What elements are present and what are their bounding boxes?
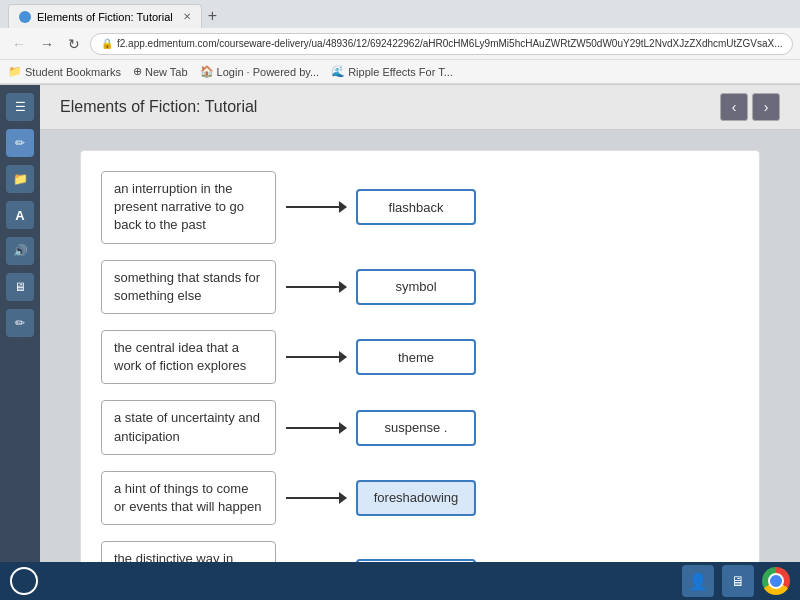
- definition-5: a hint of things to come or events that …: [101, 471, 276, 525]
- arrow-line-3: [286, 356, 346, 358]
- arrow-3: [276, 356, 356, 358]
- taskbar: 👤 🖥: [0, 562, 800, 600]
- bookmark-label: Ripple Effects For T...: [348, 66, 453, 78]
- sidebar: ☰ ✏ 📁 A 🔊 🖥 ✏: [0, 85, 40, 577]
- prev-arrow[interactable]: ‹: [720, 93, 748, 121]
- answer-box-5[interactable]: foreshadowing: [356, 480, 476, 516]
- match-row-4: a state of uncertainty and anticipation …: [101, 400, 739, 454]
- answer-box-1[interactable]: flashback: [356, 189, 476, 225]
- ripple-icon: 🌊: [331, 65, 345, 78]
- sidebar-icon-folder[interactable]: 📁: [6, 165, 34, 193]
- bookmarks-bar: 📁 Student Bookmarks ⊕ New Tab 🏠 Login · …: [0, 60, 800, 84]
- nav-arrows: ‹ ›: [720, 93, 780, 121]
- tab-favicon: [19, 11, 31, 23]
- definition-4: a state of uncertainty and anticipation: [101, 400, 276, 454]
- bookmark-label: New Tab: [145, 66, 188, 78]
- main-panel: Elements of Fiction: Tutorial ‹ › an int…: [40, 85, 800, 577]
- match-row-5: a hint of things to come or events that …: [101, 471, 739, 525]
- next-arrow[interactable]: ›: [752, 93, 780, 121]
- tab-bar: Elements of Fiction: Tutorial ✕ +: [0, 0, 800, 28]
- sidebar-icon-pencil[interactable]: ✏: [6, 309, 34, 337]
- arrow-5: [276, 497, 356, 499]
- back-button[interactable]: ←: [8, 34, 30, 54]
- bookmark-login[interactable]: 🏠 Login · Powered by...: [200, 65, 320, 78]
- address-bar[interactable]: 🔒 f2.app.edmentum.com/courseware-deliver…: [90, 33, 793, 55]
- login-icon: 🏠: [200, 65, 214, 78]
- folder-icon: 📁: [8, 65, 22, 78]
- match-row-1: an interruption in the present narrative…: [101, 171, 739, 244]
- answer-box-3[interactable]: theme: [356, 339, 476, 375]
- exercise-container: an interruption in the present narrative…: [80, 150, 760, 600]
- lock-icon: 🔒: [101, 38, 113, 49]
- url-text: f2.app.edmentum.com/courseware-delivery/…: [117, 38, 782, 49]
- browser-chrome: Elements of Fiction: Tutorial ✕ + ← → ↻ …: [0, 0, 800, 85]
- definition-1: an interruption in the present narrative…: [101, 171, 276, 244]
- reload-button[interactable]: ↻: [64, 34, 84, 54]
- sidebar-icon-text[interactable]: A: [6, 201, 34, 229]
- match-row-3: the central idea that a work of fiction …: [101, 330, 739, 384]
- arrow-line-2: [286, 286, 346, 288]
- active-tab[interactable]: Elements of Fiction: Tutorial ✕: [8, 4, 202, 28]
- bookmark-label: Student Bookmarks: [25, 66, 121, 78]
- arrow-2: [276, 286, 356, 288]
- nav-bar: ← → ↻ 🔒 f2.app.edmentum.com/courseware-d…: [0, 28, 800, 60]
- arrow-line-4: [286, 427, 346, 429]
- taskbar-chrome-icon[interactable]: [762, 567, 790, 595]
- taskbar-screen-icon[interactable]: 🖥: [722, 565, 754, 597]
- page-title: Elements of Fiction: Tutorial: [60, 98, 257, 116]
- bookmark-ripple[interactable]: 🌊 Ripple Effects For T...: [331, 65, 453, 78]
- page-header: Elements of Fiction: Tutorial ‹ ›: [40, 85, 800, 130]
- content-area: ☰ ✏ 📁 A 🔊 🖥 ✏ Elements of Fiction: Tutor…: [0, 85, 800, 577]
- arrow-line-5: [286, 497, 346, 499]
- arrow-line-1: [286, 206, 346, 208]
- sidebar-icon-edit[interactable]: ✏: [6, 129, 34, 157]
- new-tab-icon: ⊕: [133, 65, 142, 78]
- taskbar-circle-button[interactable]: [10, 567, 38, 595]
- taskbar-person-icon[interactable]: 👤: [682, 565, 714, 597]
- arrow-1: [276, 206, 356, 208]
- tab-close-button[interactable]: ✕: [183, 11, 191, 22]
- arrow-4: [276, 427, 356, 429]
- tab-label: Elements of Fiction: Tutorial: [37, 11, 173, 23]
- match-row-2: something that stands for something else…: [101, 260, 739, 314]
- bookmark-newtab[interactable]: ⊕ New Tab: [133, 65, 188, 78]
- bookmark-label: Login · Powered by...: [217, 66, 320, 78]
- forward-button[interactable]: →: [36, 34, 58, 54]
- definition-3: the central idea that a work of fiction …: [101, 330, 276, 384]
- sidebar-icon-screen[interactable]: 🖥: [6, 273, 34, 301]
- new-tab-button[interactable]: +: [208, 7, 217, 25]
- definition-2: something that stands for something else: [101, 260, 276, 314]
- answer-box-4[interactable]: suspense .: [356, 410, 476, 446]
- sidebar-icon-menu[interactable]: ☰: [6, 93, 34, 121]
- answer-box-2[interactable]: symbol: [356, 269, 476, 305]
- sidebar-icon-audio[interactable]: 🔊: [6, 237, 34, 265]
- bookmark-student[interactable]: 📁 Student Bookmarks: [8, 65, 121, 78]
